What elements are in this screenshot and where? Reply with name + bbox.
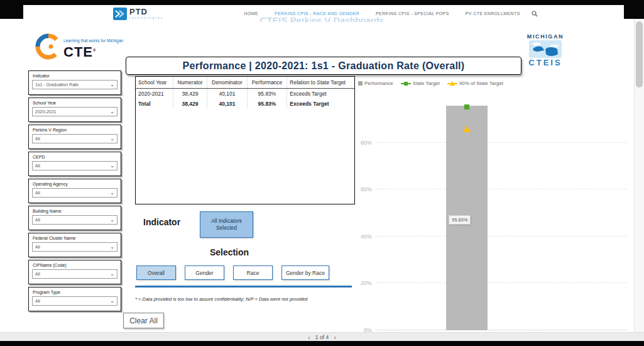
browser-scrollbar[interactable] bbox=[634, 19, 644, 332]
chevron-down-icon: ⌄ bbox=[110, 164, 114, 168]
clear-all-button[interactable]: Clear All bbox=[123, 313, 164, 328]
chart-legend: PerformanceState Target90% of State Targ… bbox=[358, 81, 503, 86]
filter-value-cipname-code: All bbox=[35, 272, 40, 276]
all-indicators-button[interactable]: All Indicators Selected bbox=[200, 211, 253, 238]
column-header-relation-to-state-target[interactable]: Relation to State Target bbox=[287, 77, 354, 89]
browser-page: PTD technologies HOMEPERKINS CPIS - RACE… bbox=[0, 0, 644, 346]
selection-button-race[interactable]: Race bbox=[233, 265, 273, 280]
filter-value-program-type: All bbox=[35, 299, 40, 303]
chevron-down-icon: ⌄ bbox=[110, 245, 114, 249]
filter-label-cepd: CEPD bbox=[29, 152, 121, 160]
legend-item-90-of-state-target[interactable]: 90% of State Target bbox=[447, 81, 503, 86]
indicator-section-label: Indicator bbox=[143, 217, 180, 227]
nav-item-perkins-cpis-race-and-gender[interactable]: PERKINS CPIS - RACE AND GENDER bbox=[275, 11, 359, 16]
dashboard-content: Learning that works for Michigan CTE® MI… bbox=[0, 22, 644, 332]
top-left-black-corner bbox=[0, 0, 23, 19]
performance-table-card: School YearNumeratorDenominatorPerforman… bbox=[135, 76, 355, 204]
pager-prev-icon[interactable]: ‹ bbox=[308, 334, 310, 340]
nav-item-home[interactable]: HOME bbox=[244, 11, 258, 16]
chevron-down-icon: ⌄ bbox=[110, 218, 114, 222]
table-cell: Total bbox=[136, 99, 173, 109]
selection-button-gender[interactable]: Gender bbox=[185, 265, 224, 280]
michigan-label: MICHIGAN bbox=[523, 33, 567, 40]
legend-swatch-bar bbox=[358, 81, 363, 86]
table-cell: 2020-2021 bbox=[136, 89, 173, 99]
report-title: Performance | 2020-2021: 1s1 - Graduatio… bbox=[126, 57, 521, 75]
filter-cepd: CEPDAll⌄ bbox=[28, 152, 121, 176]
gridline-80 bbox=[376, 142, 627, 143]
legend-swatch-line-triangle bbox=[447, 81, 457, 86]
filter-label-program-type: Program Type bbox=[29, 287, 121, 296]
chevron-down-icon: ⌄ bbox=[110, 83, 114, 87]
ninety-pct-target-marker bbox=[463, 126, 471, 132]
filter-dropdown-indicator[interactable]: 1s1 - Graduation Rate⌄ bbox=[32, 80, 117, 89]
table-row[interactable]: 2020-202138,42940,10195.83%Exceeds Targe… bbox=[136, 89, 354, 99]
filter-label-building-name: Building Name bbox=[29, 206, 121, 215]
column-header-performance[interactable]: Performance bbox=[247, 77, 287, 89]
filter-dropdown-program-type[interactable]: All⌄ bbox=[32, 296, 117, 306]
table-cell: 95.83% bbox=[247, 99, 287, 109]
gridline-40 bbox=[376, 236, 627, 237]
legend-label: Performance bbox=[364, 81, 393, 86]
column-header-school-year[interactable]: School Year bbox=[136, 77, 173, 89]
cte-tagline: Learning that works for Michigan bbox=[63, 38, 123, 43]
cte-logo-icon bbox=[35, 33, 62, 60]
table-cell: 95.83% bbox=[247, 89, 287, 99]
gridline-20 bbox=[376, 282, 627, 283]
table-cell: 40,101 bbox=[207, 89, 248, 99]
chevron-down-icon: ⌄ bbox=[110, 299, 114, 303]
brand-name: PTD bbox=[129, 8, 163, 16]
filter-dropdown-cepd[interactable]: All⌄ bbox=[32, 161, 117, 170]
filter-dropdown-building-name[interactable]: All⌄ bbox=[32, 215, 117, 225]
table-cell: Exceeds Target bbox=[287, 89, 354, 99]
chevron-down-icon: ⌄ bbox=[110, 137, 114, 141]
filter-perkins-v-region: Perkins V RegionAll⌄ bbox=[28, 125, 121, 149]
cte-wordmark: CTE® bbox=[63, 44, 96, 60]
selection-button-group: OverallGenderRaceGender by Race bbox=[136, 265, 329, 280]
filter-value-operating-agency: All bbox=[35, 191, 40, 195]
filter-value-cepd: All bbox=[35, 164, 40, 168]
chevron-down-icon: ⌄ bbox=[110, 191, 114, 195]
filter-value-building-name: All bbox=[35, 218, 40, 222]
chevron-down-icon: ⌄ bbox=[110, 110, 114, 114]
filter-dropdown-school-year[interactable]: 2020-2021⌄ bbox=[32, 107, 117, 116]
legend-square-marker bbox=[404, 82, 408, 86]
legend-label: State Target bbox=[413, 81, 440, 86]
filter-dropdown-operating-agency[interactable]: All⌄ bbox=[32, 188, 117, 198]
filter-program-type: Program TypeAll⌄ bbox=[28, 287, 121, 311]
filter-label-operating-agency: Operating Agency bbox=[29, 179, 121, 187]
filter-value-perkins-v-region: All bbox=[35, 137, 40, 141]
michigan-map-icon bbox=[529, 40, 562, 58]
table-row[interactable]: Total38,42940,10195.83%Exceeds Target bbox=[136, 99, 354, 109]
y-tick-80: 80% bbox=[361, 140, 372, 146]
filter-cipname-code: CIPName (Code)All⌄ bbox=[28, 260, 121, 284]
chevron-down-icon: ⌄ bbox=[110, 272, 114, 276]
gridline-60 bbox=[376, 189, 627, 189]
performance-table: School YearNumeratorDenominatorPerforman… bbox=[136, 77, 354, 109]
nav-item-perkins-cpis-special-pops[interactable]: PERKINS CPIS - SPECIAL POPS bbox=[376, 11, 449, 16]
state-target-marker bbox=[464, 104, 469, 109]
nav-item-pv-cte-enrollments[interactable]: PV CTE ENROLLMENTS bbox=[466, 11, 520, 16]
filter-value-school-year: 2020-2021 bbox=[35, 109, 56, 114]
confidentiality-footnote: * = Data provided is too low to assure c… bbox=[135, 296, 368, 302]
selection-button-gender-by-race[interactable]: Gender by Race bbox=[281, 265, 329, 280]
filter-sidebar: Indicator1s1 - Graduation Rate⌄School Ye… bbox=[28, 70, 121, 311]
legend-item-performance[interactable]: Performance bbox=[358, 81, 393, 86]
filter-indicator: Indicator1s1 - Graduation Rate⌄ bbox=[28, 70, 121, 95]
column-header-denominator[interactable]: Denominator bbox=[207, 77, 248, 89]
table-cell: 38,429 bbox=[173, 89, 207, 99]
selection-button-overall[interactable]: Overall bbox=[136, 265, 176, 280]
scrollbar-thumb[interactable] bbox=[636, 21, 643, 87]
filter-operating-agency: Operating AgencyAll⌄ bbox=[28, 179, 121, 203]
filter-school-year: School Year2020-2021⌄ bbox=[28, 98, 121, 122]
pager-next-icon[interactable]: › bbox=[334, 334, 336, 340]
filter-dropdown-cipname-code[interactable]: All⌄ bbox=[32, 269, 117, 279]
legend-item-state-target[interactable]: State Target bbox=[401, 81, 440, 86]
filter-dropdown-perkins-v-region[interactable]: All⌄ bbox=[32, 134, 117, 143]
bottom-black-bar bbox=[0, 341, 644, 346]
bar-data-label: 95.83% bbox=[449, 215, 471, 225]
cte-logo: Learning that works for Michigan CTE® bbox=[35, 33, 129, 68]
filter-federal-cluster-name: Federal Cluster NameAll⌄ bbox=[28, 233, 121, 257]
filter-dropdown-federal-cluster-name[interactable]: All⌄ bbox=[32, 242, 117, 252]
column-header-numerator[interactable]: Numerator bbox=[173, 77, 207, 89]
